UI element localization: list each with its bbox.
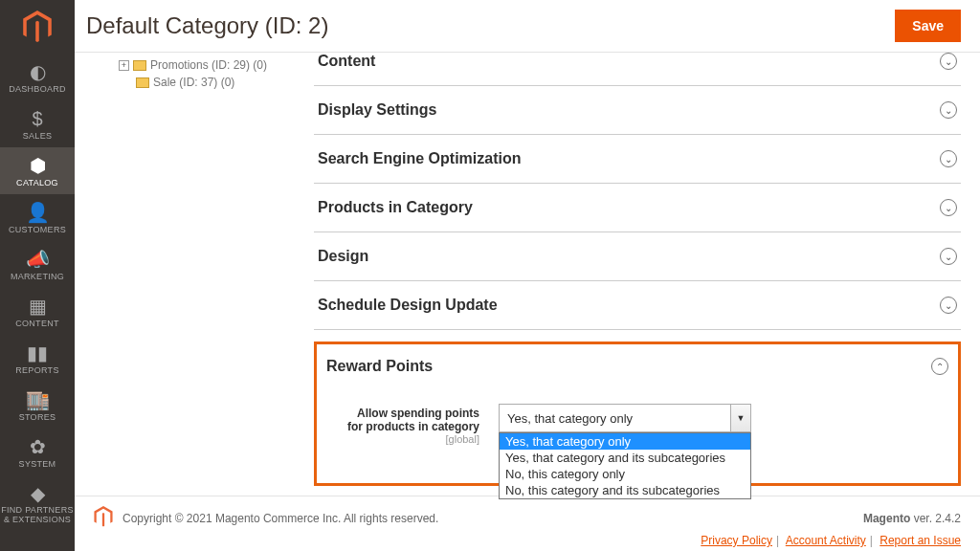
field-label-allow-spending: Allow spending points for products in ca… [345, 404, 479, 445]
select-option[interactable]: No, this category only [500, 466, 750, 482]
nav-partners[interactable]: ◆FIND PARTNERS & EXTENSIONS [0, 475, 75, 532]
select-option[interactable]: Yes, that category and its subcategories [500, 450, 750, 466]
scope-hint: [global] [345, 433, 479, 445]
nav-catalog[interactable]: ⬢CATALOG [0, 147, 75, 194]
diamond-icon: ◆ [0, 483, 75, 504]
admin-sidebar: ◐DASHBOARD $SALES ⬢CATALOG 👤CUSTOMERS 📣M… [0, 0, 75, 551]
person-icon: 👤 [0, 202, 75, 223]
select-option[interactable]: Yes, that category only [500, 433, 750, 450]
panel-display-settings[interactable]: Display Settings ⌄ [314, 86, 961, 135]
panel-reward-header[interactable]: Reward Points ⌃ [317, 344, 958, 394]
allow-spending-select[interactable]: Yes, that category only ▼ Yes, that cate… [499, 404, 751, 445]
select-dropdown: Yes, that category only Yes, that catego… [499, 432, 751, 499]
nav-stores[interactable]: 🏬STORES [0, 382, 75, 429]
nav-sales[interactable]: $SALES [0, 100, 75, 147]
select-option[interactable]: No, this category and its subcategories [500, 482, 750, 498]
magento-logo-small [94, 506, 113, 530]
copyright-text: Copyright © 2021 Magento Commerce Inc. A… [122, 512, 438, 525]
nav-customers[interactable]: 👤CUSTOMERS [0, 194, 75, 241]
link-report-issue[interactable]: Report an Issue [880, 534, 961, 547]
panel-reward-points: Reward Points ⌃ Allow spending points fo… [314, 342, 961, 486]
gear-icon: ✿ [0, 436, 75, 457]
main-area: Default Category (ID: 2) Save + Promotio… [75, 0, 980, 551]
chevron-down-icon: ⌄ [940, 199, 957, 216]
panel-seo[interactable]: Search Engine Optimization ⌄ [314, 135, 961, 184]
select-arrow-icon[interactable]: ▼ [730, 404, 751, 432]
nav-content[interactable]: ▦CONTENT [0, 288, 75, 335]
tree-node-label: Promotions (ID: 29) (0) [150, 58, 267, 72]
panel-design[interactable]: Design ⌄ [314, 232, 961, 281]
chevron-down-icon: ⌄ [940, 53, 957, 70]
bars-icon: ▮▮ [0, 342, 75, 364]
expand-icon[interactable]: + [119, 60, 129, 71]
nav-dashboard[interactable]: ◐DASHBOARD [0, 54, 75, 100]
link-account-activity[interactable]: Account Activity [786, 534, 866, 547]
category-tree: + Promotions (ID: 29) (0) Sale (ID: 37) … [75, 53, 314, 551]
tree-node-promotions[interactable]: + Promotions (ID: 29) (0) [119, 56, 314, 74]
store-icon: 🏬 [0, 389, 75, 410]
select-display[interactable]: Yes, that category only [499, 404, 751, 432]
link-privacy-policy[interactable]: Privacy Policy [701, 534, 772, 547]
panel-schedule-design-update[interactable]: Schedule Design Update ⌄ [314, 281, 961, 330]
panel-products-in-category[interactable]: Products in Category ⌄ [314, 184, 961, 232]
gauge-icon: ◐ [0, 61, 75, 82]
nav-marketing[interactable]: 📣MARKETING [0, 241, 75, 288]
layout-icon: ▦ [0, 296, 75, 317]
nav-reports[interactable]: ▮▮REPORTS [0, 335, 75, 382]
magento-logo[interactable] [0, 0, 75, 54]
nav-system[interactable]: ✿SYSTEM [0, 429, 75, 475]
page-header: Default Category (ID: 2) Save [75, 0, 980, 53]
folder-icon [133, 60, 146, 71]
chevron-down-icon: ⌄ [940, 248, 957, 265]
dollar-icon: $ [0, 108, 75, 129]
version-text: Magento ver. 2.4.2 [863, 512, 961, 525]
box-icon: ⬢ [0, 155, 75, 176]
chevron-up-icon: ⌃ [931, 358, 948, 375]
tree-node-sale[interactable]: Sale (ID: 37) (0) [136, 74, 314, 91]
folder-icon [136, 77, 149, 88]
chevron-down-icon: ⌄ [940, 297, 957, 314]
page-footer: Copyright © 2021 Magento Commerce Inc. A… [75, 496, 980, 551]
tree-node-label: Sale (ID: 37) (0) [153, 76, 234, 89]
panels-column: Content ⌄ Display Settings ⌄ Search Engi… [314, 53, 980, 551]
panel-content[interactable]: Content ⌄ [314, 53, 961, 86]
chevron-down-icon: ⌄ [940, 101, 957, 119]
page-title: Default Category (ID: 2) [86, 12, 328, 39]
chevron-down-icon: ⌄ [940, 150, 957, 167]
save-button[interactable]: Save [895, 10, 961, 42]
megaphone-icon: 📣 [0, 249, 75, 270]
